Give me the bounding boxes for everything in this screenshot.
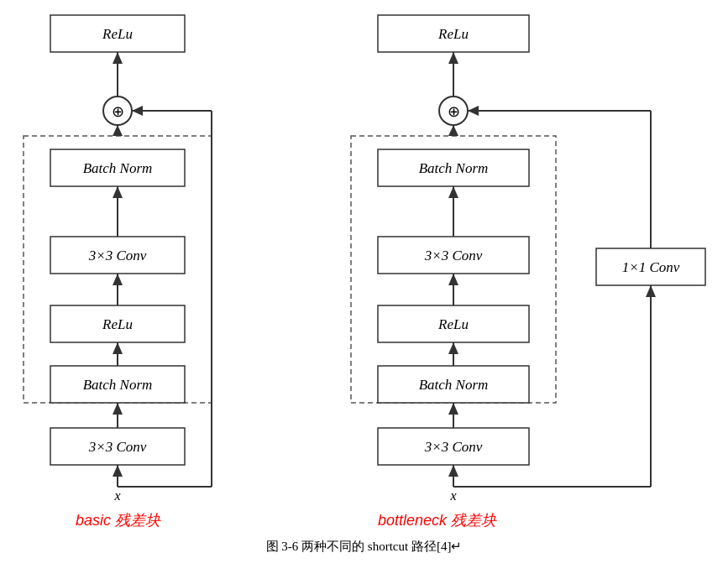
- left-caption-label: basic 残差块: [76, 512, 161, 529]
- right-x-label: x: [449, 488, 456, 503]
- figure-caption: 图 3-6 两种不同的 shortcut 路径[4]↵: [0, 539, 728, 555]
- left-top-relu-label: ReLu: [102, 26, 133, 42]
- svg-marker-23: [132, 106, 143, 116]
- svg-marker-51: [646, 285, 656, 297]
- right-relu-mid-label: ReLu: [437, 316, 469, 332]
- right-batch-norm-top-label: Batch Norm: [419, 160, 489, 176]
- left-3x3conv-bot-label: 3×3 Conv: [88, 439, 147, 455]
- svg-marker-39: [448, 342, 458, 354]
- svg-marker-13: [113, 342, 123, 354]
- svg-marker-16: [113, 403, 123, 415]
- svg-marker-10: [113, 274, 123, 285]
- svg-marker-54: [468, 106, 479, 116]
- left-batch-norm-bot-label: Batch Norm: [83, 377, 153, 393]
- svg-marker-25: [113, 125, 123, 136]
- left-x-label: x: [113, 488, 120, 503]
- left-batch-norm-top-label: Batch Norm: [83, 160, 153, 176]
- svg-marker-19: [113, 465, 123, 477]
- svg-marker-33: [448, 186, 458, 198]
- svg-marker-2: [113, 52, 123, 64]
- left-relu-mid-label: ReLu: [102, 316, 133, 332]
- svg-marker-47: [448, 125, 458, 136]
- svg-marker-28: [448, 52, 458, 64]
- svg-marker-7: [113, 186, 123, 198]
- right-1x1conv-label: 1×1 Conv: [622, 259, 680, 275]
- right-batch-norm-bot-label: Batch Norm: [419, 377, 489, 393]
- right-caption-label: bottleneck 残差块: [378, 512, 497, 529]
- right-3x3conv-bot-label: 3×3 Conv: [424, 439, 483, 455]
- right-top-relu-label: ReLu: [437, 26, 469, 42]
- svg-marker-36: [448, 274, 458, 285]
- left-circle-plus: ⊕: [112, 103, 124, 120]
- svg-marker-45: [448, 465, 458, 477]
- left-3x3conv-top-label: 3×3 Conv: [88, 248, 147, 263]
- right-3x3conv-top-label: 3×3 Conv: [424, 248, 483, 263]
- right-circle-plus: ⊕: [448, 103, 460, 120]
- svg-marker-42: [448, 403, 458, 415]
- main-diagram-svg: ReLu ⊕ Batch Norm 3×3 Conv ReLu Batch No…: [0, 0, 728, 537]
- caption-text: 图 3-6 两种不同的 shortcut 路径[4]↵: [266, 540, 463, 553]
